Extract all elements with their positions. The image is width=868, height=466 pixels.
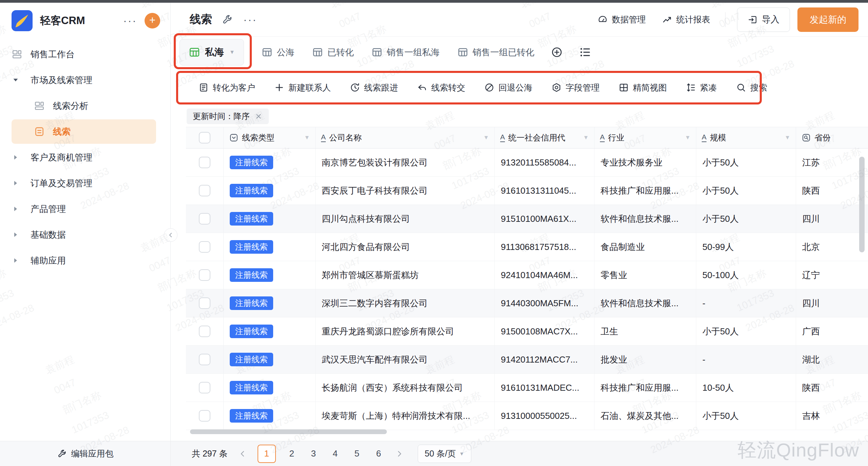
select-all-checkbox[interactable] — [199, 132, 210, 143]
close-icon[interactable] — [254, 112, 263, 120]
edit-package-bar[interactable]: 编辑应用包 — [0, 441, 171, 466]
column-header-统一社会信用代[interactable]: A统一社会信用代▼ — [495, 127, 595, 148]
caret-down-icon[interactable] — [12, 76, 20, 84]
sidebar-item-基础数据[interactable]: 基础数据 — [0, 222, 170, 248]
cell-company[interactable]: 南京博艺包装设计有限公司 — [316, 149, 495, 176]
reports-button[interactable]: 统计报表 — [662, 14, 710, 25]
caret-right-icon[interactable] — [12, 231, 20, 239]
toolbar-线索跟进[interactable]: 线索跟进 — [350, 82, 398, 93]
data-manage-button[interactable]: 数据管理 — [598, 14, 646, 25]
cell-company[interactable]: 长扬航润（西安）系统科技有限公司 — [316, 374, 495, 402]
toolbar-转化为客户[interactable]: 转化为客户 — [199, 82, 255, 93]
lead-type-badge: 注册线索 — [230, 184, 273, 197]
cell-company[interactable]: 武汉天思汽车配件有限公司 — [316, 346, 495, 373]
tab-已转化[interactable]: 已转化 — [312, 46, 354, 58]
column-header-行业[interactable]: A行业▼ — [595, 127, 696, 148]
menu-item-slot — [12, 49, 31, 60]
caret-right-icon[interactable] — [12, 179, 20, 187]
toolbar-搜索[interactable]: 搜索 — [736, 82, 767, 93]
cell-text: 91310000550025... — [501, 411, 577, 421]
cell-text: 科技推广和应用服... — [601, 382, 679, 394]
sidebar-item-线索分析[interactable]: 线索分析 — [0, 93, 170, 119]
doc-icon — [34, 126, 45, 137]
cell-industry: 科技推广和应用服... — [595, 374, 696, 402]
row-checkbox[interactable] — [199, 382, 210, 393]
horizontal-scrollbar[interactable] — [190, 429, 387, 434]
sidebar-item-市场及线索管理[interactable]: 市场及线索管理 — [0, 67, 170, 93]
page-button-1[interactable]: 1 — [258, 445, 276, 463]
sidebar-collapse-button[interactable] — [164, 228, 177, 242]
chevron-down-icon[interactable]: ▼ — [304, 134, 310, 141]
row-checkbox[interactable] — [199, 269, 210, 281]
sort-filter-chip[interactable]: 更新时间：降序 — [187, 109, 269, 124]
cell-company[interactable]: 深圳三二数字内容有限公司 — [316, 289, 495, 317]
create-new-button[interactable]: 发起新的 — [797, 7, 858, 32]
cell-company[interactable]: 四川勾点科技有限公司 — [316, 205, 495, 233]
cell-text: 湖北 — [802, 354, 820, 366]
caret-right-icon[interactable] — [12, 205, 20, 213]
sidebar-item-辅助应用[interactable]: 辅助应用 — [0, 248, 170, 273]
row-checkbox[interactable] — [199, 157, 210, 168]
toolbar-字段管理[interactable]: 字段管理 — [551, 82, 600, 93]
cell-company[interactable]: 河北四方食品有限公司 — [316, 233, 495, 261]
cell-scale: 小于50人 — [696, 177, 796, 205]
page-button-3[interactable]: 3 — [308, 448, 319, 459]
pagination-bar: 共 297 条 123456 50 条/页 ▼ — [171, 441, 868, 466]
caret-right-icon[interactable] — [12, 256, 20, 265]
vertical-scrollbar[interactable] — [859, 157, 865, 252]
chevron-down-icon[interactable]: ▼ — [785, 134, 790, 141]
cell-text: 10-50人 — [702, 382, 734, 394]
chevron-down-icon[interactable]: ▼ — [685, 134, 691, 141]
page-size-select[interactable]: 50 条/页 ▼ — [418, 445, 472, 463]
row-checkbox[interactable] — [199, 326, 210, 337]
cell-company[interactable]: 重庆丹龙路蜀源口腔诊所有限公司 — [316, 317, 495, 345]
sidebar-item-销售工作台[interactable]: 销售工作台 — [0, 41, 170, 67]
row-checkbox[interactable] — [199, 241, 210, 253]
sidebar-more-icon[interactable]: ··· — [123, 15, 137, 26]
toolbar-线索转交[interactable]: 线索转交 — [417, 82, 465, 93]
row-checkbox[interactable] — [199, 297, 210, 309]
column-header-省份[interactable]: 省份 — [796, 127, 868, 148]
toolbar-label: 紧凑 — [700, 82, 717, 93]
caret-right-icon[interactable] — [12, 153, 20, 161]
tab-私海[interactable]: 私海▼ — [180, 39, 244, 65]
chevron-down-icon[interactable]: ▼ — [483, 134, 489, 141]
view-list-button[interactable] — [579, 46, 591, 58]
page-button-2[interactable]: 2 — [286, 448, 298, 459]
tab-销售一组私海[interactable]: 销售一组私海 — [372, 46, 440, 58]
row-checkbox[interactable] — [199, 410, 210, 422]
page-button-5[interactable]: 5 — [351, 448, 363, 459]
cell-company[interactable]: 郑州市管城区慕斯蛋糕坊 — [316, 261, 495, 289]
cell-text: 小于50人 — [702, 326, 739, 337]
toolbar-紧凑[interactable]: 紧凑 — [686, 82, 717, 93]
more-menu-icon[interactable]: ··· — [243, 14, 257, 25]
cell-company[interactable]: 埃麦苛斯（上海）特种润滑技术有限... — [316, 402, 495, 430]
sidebar-item-线索[interactable]: 线索 — [0, 119, 170, 144]
row-checkbox[interactable] — [199, 213, 210, 225]
toolbar-新建联系人[interactable]: 新建联系人 — [274, 82, 331, 93]
tab-公海[interactable]: 公海 — [262, 46, 295, 58]
row-checkbox[interactable] — [199, 185, 210, 196]
toolbar-回退公海[interactable]: 回退公海 — [484, 82, 532, 93]
column-header-线索类型[interactable]: 线索类型▼ — [224, 127, 316, 148]
prev-page-button[interactable] — [238, 449, 247, 459]
toolbar-精简视图[interactable]: 精简视图 — [619, 82, 667, 93]
chevron-down-icon[interactable]: ▼ — [583, 134, 589, 141]
cell-text: 四川 — [802, 213, 820, 225]
page-button-6[interactable]: 6 — [373, 448, 384, 459]
column-header-规模[interactable]: A规模▼ — [696, 127, 796, 148]
sidebar-item-客户及商机管理[interactable]: 客户及商机管理 — [0, 144, 170, 170]
wrench-icon[interactable] — [222, 14, 232, 25]
tab-销售一组已转化[interactable]: 销售一组已转化 — [457, 46, 534, 58]
cell-company[interactable]: 西安辰丁电子科技有限公司 — [316, 177, 495, 205]
add-view-button[interactable] — [551, 46, 563, 58]
table-body: 注册线索南京博艺包装设计有限公司91320115585084...专业技术服务业… — [186, 149, 868, 430]
sidebar-item-产品管理[interactable]: 产品管理 — [0, 196, 170, 222]
row-checkbox[interactable] — [199, 354, 210, 365]
next-page-button[interactable] — [395, 449, 404, 459]
sidebar-add-button[interactable]: + — [145, 13, 160, 28]
page-button-4[interactable]: 4 — [329, 448, 341, 459]
sidebar-item-订单及交易管理[interactable]: 订单及交易管理 — [0, 170, 170, 196]
import-button[interactable]: 导入 — [737, 7, 790, 32]
column-header-公司名称[interactable]: A公司名称▼ — [316, 127, 495, 148]
